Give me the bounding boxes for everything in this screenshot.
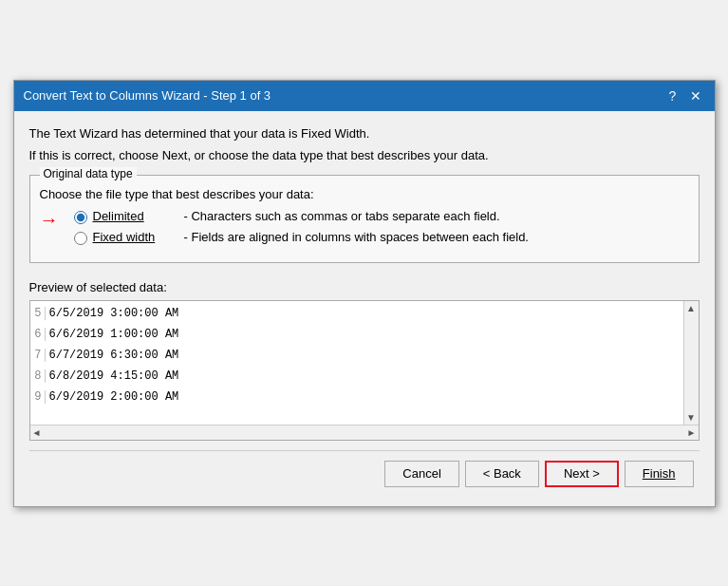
preview-data[interactable]: 5 6/5/2019 3:00:00 AM 6 6/6/2019 1:00:00…	[30, 301, 683, 425]
preview-label: Preview of selected data:	[29, 280, 700, 294]
horizontal-scrollbar[interactable]: ◄ ►	[30, 425, 699, 440]
fixed-width-radio-row: Fixed width - Fields are aligned in colu…	[74, 230, 689, 245]
preview-outer: 5 6/5/2019 3:00:00 AM 6 6/6/2019 1:00:00…	[29, 300, 700, 441]
preview-row: 6 6/6/2019 1:00:00 AM	[30, 324, 683, 345]
row-data-2: 6/6/2019 1:00:00 AM	[49, 328, 179, 341]
row-data-4: 6/8/2019 4:15:00 AM	[49, 369, 179, 383]
row-data-3: 6/7/2019 6:30:00 AM	[49, 349, 179, 362]
row-num-4: 8	[32, 369, 46, 383]
title-bar: Convert Text to Columns Wizard - Step 1 …	[14, 81, 715, 111]
delimited-description: - Characters such as commas or tabs sepa…	[184, 209, 500, 223]
button-row: Cancel < Back Next > Finish	[29, 450, 700, 497]
arrow-indicator: →	[40, 210, 59, 229]
delimited-label[interactable]: Delimited - Characters such as commas or…	[93, 209, 500, 223]
intro-line1: The Text Wizard has determined that your…	[29, 124, 700, 143]
wizard-dialog: Convert Text to Columns Wizard - Step 1 …	[13, 80, 716, 507]
scroll-right-arrow[interactable]: ►	[687, 427, 697, 438]
row-data-1: 6/5/2019 3:00:00 AM	[49, 307, 179, 320]
row-data-5: 6/9/2019 2:00:00 AM	[49, 390, 179, 404]
preview-row: 5 6/5/2019 3:00:00 AM	[30, 303, 683, 324]
row-num-1: 5	[32, 307, 46, 320]
dialog-content: The Text Wizard has determined that your…	[14, 111, 715, 506]
fixed-width-radio[interactable]	[74, 232, 87, 245]
close-button[interactable]: ✕	[686, 86, 705, 105]
preview-row: 7 6/7/2019 6:30:00 AM	[30, 345, 683, 366]
back-button[interactable]: < Back	[465, 461, 539, 487]
row-num-3: 7	[32, 349, 46, 362]
group-legend: Original data type	[40, 167, 137, 180]
intro-line2: If this is correct, choose Next, or choo…	[29, 146, 700, 165]
preview-content-area: 5 6/5/2019 3:00:00 AM 6 6/6/2019 1:00:00…	[30, 301, 699, 425]
delimited-radio-row: → Delimited - Characters such as commas …	[74, 209, 689, 224]
delimited-label-text: Delimited	[93, 209, 178, 223]
row-num-5: 9	[32, 390, 46, 404]
preview-row: 8 6/8/2019 4:15:00 AM	[30, 366, 683, 387]
dialog-title: Convert Text to Columns Wizard - Step 1 …	[24, 88, 271, 103]
vertical-scrollbar[interactable]: ▲ ▼	[683, 301, 699, 425]
fixed-width-description: - Fields are aligned in columns with spa…	[184, 230, 529, 244]
original-data-type-group: Original data type Choose the file type …	[29, 175, 700, 263]
fixed-width-label-text: Fixed width	[93, 230, 178, 244]
scroll-down-arrow[interactable]: ▼	[686, 412, 696, 423]
delimited-radio[interactable]	[74, 211, 87, 224]
scroll-up-arrow[interactable]: ▲	[686, 303, 696, 313]
next-button[interactable]: Next >	[545, 461, 619, 487]
help-button[interactable]: ?	[663, 86, 682, 105]
finish-button[interactable]: Finish	[625, 461, 694, 487]
preview-row: 9 6/9/2019 2:00:00 AM	[30, 387, 683, 407]
title-bar-controls: ? ✕	[663, 86, 705, 105]
scroll-left-arrow[interactable]: ◄	[32, 427, 42, 438]
preview-section: Preview of selected data: 5 6/5/2019 3:0…	[29, 280, 700, 441]
fixed-width-label[interactable]: Fixed width - Fields are aligned in colu…	[93, 230, 529, 244]
group-content: Choose the file type that best describes…	[40, 187, 689, 245]
row-num-2: 6	[32, 328, 46, 341]
cancel-button[interactable]: Cancel	[384, 461, 458, 487]
radio-group-label: Choose the file type that best describes…	[40, 187, 689, 201]
